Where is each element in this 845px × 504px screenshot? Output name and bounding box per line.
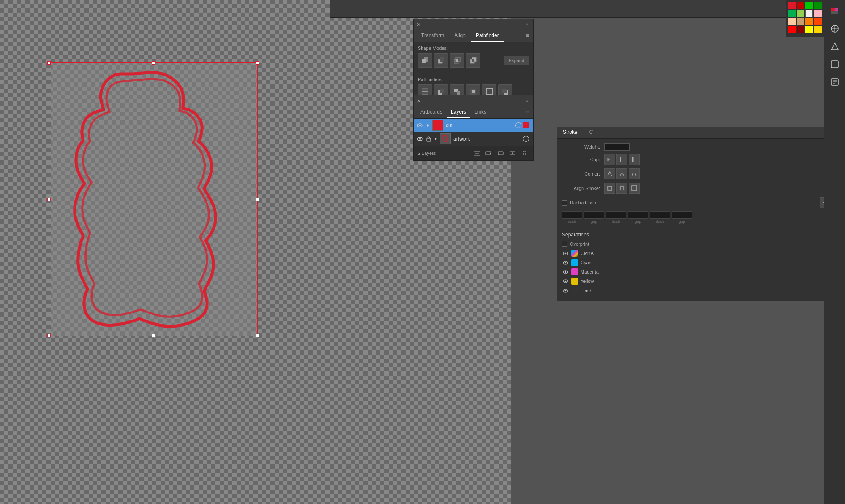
swatch-yellow-green[interactable] (797, 10, 804, 17)
pathfinder-collapse-arrow[interactable]: « (524, 21, 530, 27)
gap2-input[interactable] (628, 211, 648, 219)
make-sublayer-btn[interactable] (472, 149, 482, 158)
svg-rect-27 (502, 89, 507, 93)
swatch-white[interactable] (805, 10, 813, 17)
layer-eye-artwork[interactable] (416, 135, 424, 143)
pathfinder-tabs: Transform Align Pathfinder ≡ (414, 30, 533, 42)
layer-target-artwork[interactable] (523, 136, 529, 142)
swatch-orange[interactable] (805, 18, 813, 25)
sep-eye-cmyk[interactable] (562, 250, 569, 257)
swatch-green2[interactable] (814, 2, 822, 9)
swatch-peach[interactable] (788, 18, 796, 25)
gap3-input[interactable] (672, 211, 692, 219)
svg-rect-33 (427, 138, 431, 141)
swatch-red2[interactable] (788, 26, 796, 33)
layers-close-btn[interactable]: × (417, 98, 420, 104)
swatch-pink[interactable] (788, 2, 796, 9)
overprint-label: Overprint (570, 241, 589, 247)
sep-row-yellow: Yellow (562, 278, 843, 285)
tab-c[interactable]: C (583, 127, 599, 138)
layer-color-cut (523, 122, 529, 128)
swatch-yellow[interactable] (805, 26, 813, 33)
corner-round-btn[interactable] (616, 168, 627, 179)
align-stroke-label: Align Stroke: (562, 186, 604, 191)
minus-front-btn[interactable] (434, 53, 448, 68)
layer-lock-artwork[interactable] (425, 135, 432, 143)
toolbar-btn-2[interactable] (827, 21, 842, 36)
delete-layer-btn[interactable] (520, 149, 529, 158)
overprint-checkbox[interactable] (562, 241, 567, 247)
intersect-btn[interactable] (450, 53, 464, 68)
swatch-green1[interactable] (805, 2, 813, 9)
swatch-green3[interactable] (788, 10, 796, 17)
swatch-orange-red[interactable] (814, 18, 822, 25)
layer-arrow-artwork[interactable] (432, 135, 439, 142)
svg-rect-4 (51, 63, 258, 336)
svg-marker-34 (435, 138, 437, 140)
tab-artboards[interactable]: Artboards (416, 106, 447, 118)
svg-marker-30 (427, 124, 429, 127)
dashed-checkbox[interactable] (562, 200, 567, 206)
expand-btn[interactable]: Expand (504, 56, 529, 65)
sep-eye-cyan[interactable] (562, 259, 569, 266)
tab-layers[interactable]: Layers (447, 106, 470, 118)
layers-collapse-arrow[interactable]: « (524, 98, 530, 104)
stroke-body: Weight: Cap: Corner: (557, 139, 845, 301)
dash3-input[interactable] (650, 211, 670, 219)
sep-icon-yellow (571, 278, 578, 285)
pathfinder-close-btn[interactable]: × (417, 21, 420, 28)
collect-in-layer-btn[interactable] (496, 149, 505, 158)
tab-links[interactable]: Links (470, 106, 491, 118)
tab-stroke[interactable]: Stroke (557, 127, 583, 138)
gap1-input[interactable] (584, 211, 604, 219)
align-center-btn[interactable] (604, 183, 615, 194)
shape-modes-section: Shape Modes: Expand (414, 42, 533, 73)
dash1-input[interactable] (562, 211, 582, 219)
sep-eye-magenta[interactable] (562, 268, 569, 275)
toolbar-btn-1[interactable] (827, 3, 842, 19)
sep-eye-yellow[interactable] (562, 278, 569, 285)
swatch-red[interactable] (797, 2, 804, 9)
cap-square-btn[interactable] (629, 154, 640, 165)
new-layer-btn[interactable] (508, 149, 517, 158)
layer-item-artwork[interactable]: artwork (414, 132, 533, 146)
tab-align[interactable]: Align (449, 30, 471, 42)
layers-count: 2 Layers (418, 151, 436, 156)
tab-pathfinder[interactable]: Pathfinder (471, 30, 504, 42)
swatch-pink2[interactable] (814, 10, 822, 17)
layers-menu-icon[interactable]: ≡ (524, 106, 531, 118)
unite-btn[interactable] (418, 53, 432, 68)
swatch-dark-red[interactable] (797, 26, 804, 33)
swatch-gold[interactable] (814, 26, 822, 33)
layer-arrow-cut[interactable] (425, 122, 431, 129)
cap-butt-btn[interactable] (604, 154, 615, 165)
shape-modes-row: Expand (418, 53, 529, 68)
corner-bevel-btn[interactable] (629, 168, 640, 179)
dash1-group: dash (562, 211, 582, 224)
tab-transform[interactable]: Transform (416, 30, 449, 42)
layers-titlebar: × « (414, 95, 533, 106)
layer-target-cut[interactable] (515, 122, 521, 128)
layer-item-cut[interactable]: cut (414, 119, 533, 132)
sep-eye-black[interactable] (562, 287, 569, 294)
layer-eye-cut[interactable] (416, 122, 424, 129)
align-outside-btn[interactable] (629, 183, 640, 194)
toolbar-btn-3[interactable] (827, 39, 842, 54)
svg-rect-7 (424, 59, 426, 62)
pathfinder-menu-icon[interactable]: ≡ (524, 30, 531, 42)
dash2-input[interactable] (606, 211, 626, 219)
svg-point-52 (564, 252, 566, 254)
cap-round-btn[interactable] (616, 154, 627, 165)
move-to-layer-btn[interactable] (484, 149, 493, 158)
toolbar-btn-4[interactable] (827, 57, 842, 72)
right-toolbar (824, 0, 845, 504)
align-inside-btn[interactable] (616, 183, 627, 194)
corner-miter-btn[interactable] (604, 168, 615, 179)
swatch-tan[interactable] (797, 18, 804, 25)
exclude-btn[interactable] (466, 53, 480, 68)
weight-input[interactable] (604, 143, 630, 151)
gap3-group: gap (672, 211, 692, 224)
align-stroke-buttons (604, 183, 640, 194)
pathfinder-titlebar: × « (414, 19, 533, 30)
toolbar-btn-5[interactable] (827, 74, 842, 89)
